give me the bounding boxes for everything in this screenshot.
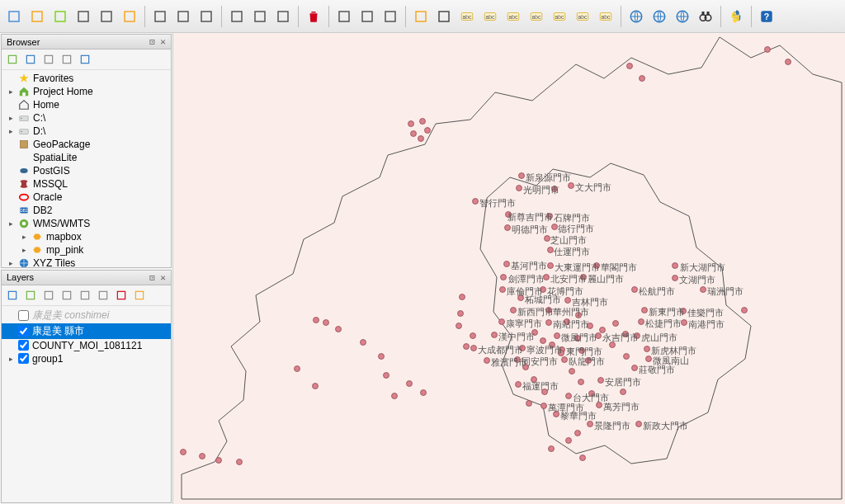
map-point[interactable] xyxy=(597,403,602,408)
expand-icon[interactable] xyxy=(7,180,15,188)
browser-item[interactable]: ▸mp_pink xyxy=(2,243,171,257)
map-point[interactable] xyxy=(765,47,771,53)
add-vector-button[interactable] xyxy=(433,6,455,27)
layers-expr-button[interactable] xyxy=(59,288,74,303)
map-point[interactable] xyxy=(418,136,424,142)
expand-icon[interactable]: ▸ xyxy=(7,87,15,96)
save-button[interactable] xyxy=(50,6,71,27)
expand-icon[interactable]: ▸ xyxy=(7,219,15,228)
expand-icon[interactable] xyxy=(7,74,15,82)
layer-row[interactable]: COUNTY_MOI_1081121 xyxy=(2,339,171,352)
map-point[interactable] xyxy=(471,346,477,351)
layer-visibility-checkbox[interactable] xyxy=(18,326,29,337)
map-point[interactable] xyxy=(464,344,470,350)
browser-item[interactable]: Oracle xyxy=(2,191,171,204)
edit-node-button[interactable] xyxy=(73,6,94,27)
map-point[interactable] xyxy=(473,199,479,205)
map-point[interactable] xyxy=(640,76,645,82)
map-point[interactable] xyxy=(456,323,462,329)
undo-button[interactable] xyxy=(333,6,355,27)
map-point[interactable] xyxy=(379,354,385,360)
expand-icon[interactable] xyxy=(7,101,15,109)
layers-tree[interactable]: 康是美 conshimei 康是美 縣市 COUNTY_MOI_1081121▸… xyxy=(2,306,171,503)
expand-icon[interactable]: ▸ xyxy=(20,233,28,241)
map-point[interactable] xyxy=(613,321,619,327)
map-point[interactable] xyxy=(545,236,550,242)
map-point[interactable] xyxy=(580,455,586,461)
map-point[interactable] xyxy=(562,357,568,363)
globe-button[interactable] xyxy=(625,6,647,27)
map-point[interactable] xyxy=(501,275,507,280)
layers-folder-button[interactable] xyxy=(132,288,147,303)
layers-filter2-button[interactable] xyxy=(96,288,111,303)
map-point[interactable] xyxy=(578,379,584,385)
layout-button[interactable] xyxy=(119,6,140,27)
expand-icon[interactable] xyxy=(7,153,15,162)
cut-button[interactable] xyxy=(272,6,294,27)
browser-item[interactable]: ▸XYZ Tiles xyxy=(2,257,171,267)
map-point[interactable] xyxy=(598,378,604,384)
layer-visibility-checkbox[interactable] xyxy=(18,310,29,321)
map-point[interactable] xyxy=(458,311,464,317)
map-point[interactable] xyxy=(639,319,644,325)
browser-filter-button[interactable] xyxy=(41,52,56,67)
map-point[interactable] xyxy=(407,381,413,387)
browser-item[interactable]: ▸Project Home xyxy=(2,85,171,98)
browser-collapse-button[interactable] xyxy=(59,52,74,67)
browser-item[interactable]: MSSQL xyxy=(2,177,171,191)
layers-remove-button[interactable] xyxy=(114,288,129,303)
map-point[interactable] xyxy=(569,183,574,189)
map-point[interactable] xyxy=(701,287,706,293)
map-point[interactable] xyxy=(621,389,626,395)
map-point[interactable] xyxy=(552,224,558,230)
map-point[interactable] xyxy=(682,320,687,326)
expand-icon[interactable] xyxy=(7,193,15,201)
label-c-button[interactable]: abc xyxy=(503,6,524,27)
map-point[interactable] xyxy=(588,422,593,427)
browser-item[interactable]: Favorites xyxy=(2,72,171,85)
expand-icon[interactable] xyxy=(7,206,15,214)
map-point[interactable] xyxy=(575,431,581,436)
map-point[interactable] xyxy=(470,333,476,339)
expand-icon[interactable] xyxy=(7,311,15,319)
map-point[interactable] xyxy=(742,308,748,313)
map-point[interactable] xyxy=(420,119,426,125)
browser-dock-controls[interactable]: ⊡ ✕ xyxy=(149,36,166,47)
open-project-button[interactable] xyxy=(3,6,25,27)
map-point[interactable] xyxy=(511,308,517,313)
map-point[interactable] xyxy=(541,338,546,344)
label-d-button[interactable]: abc xyxy=(526,6,547,27)
map-point[interactable] xyxy=(632,287,638,293)
layer-row[interactable]: 康是美 conshimei xyxy=(2,308,171,323)
label-a-button[interactable]: abc xyxy=(456,6,478,27)
map-point[interactable] xyxy=(517,186,522,191)
map-point[interactable] xyxy=(548,263,554,269)
map-point[interactable] xyxy=(541,403,547,409)
map-point[interactable] xyxy=(384,373,389,379)
help-button[interactable]: ? xyxy=(756,6,777,27)
label-g-button[interactable]: abc xyxy=(595,6,616,27)
new-project-button[interactable] xyxy=(26,6,48,27)
map-point[interactable] xyxy=(392,393,398,399)
expand-icon[interactable] xyxy=(7,167,15,175)
map-point[interactable] xyxy=(200,454,205,459)
map-point[interactable] xyxy=(624,354,630,360)
map-point[interactable] xyxy=(237,459,243,465)
expand-icon[interactable]: ▸ xyxy=(7,114,15,122)
layers-open-button[interactable] xyxy=(5,288,20,303)
map-point[interactable] xyxy=(569,369,575,374)
map-point[interactable] xyxy=(555,333,560,339)
map-point[interactable] xyxy=(421,390,427,396)
map-point[interactable] xyxy=(526,401,532,407)
expand-icon[interactable]: ▸ xyxy=(7,259,15,267)
map-point[interactable] xyxy=(548,247,554,253)
browser-item[interactable]: ▸mapbox xyxy=(2,230,171,243)
map-point[interactable] xyxy=(627,64,633,69)
expand-icon[interactable]: ▸ xyxy=(20,246,28,254)
browser-item[interactable]: ▸C:\ xyxy=(2,111,171,125)
delete-button[interactable] xyxy=(303,6,324,27)
browser-item[interactable]: DB2DB2 xyxy=(2,204,171,217)
map-point[interactable] xyxy=(425,128,431,134)
map-point[interactable] xyxy=(673,276,678,281)
label-e-button[interactable]: abc xyxy=(549,6,570,27)
